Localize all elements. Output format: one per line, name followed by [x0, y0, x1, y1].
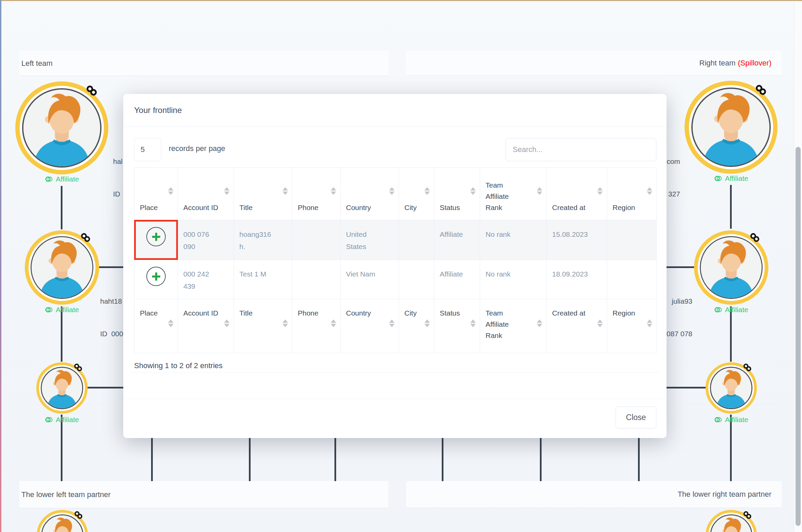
- footer-header-country[interactable]: Country: [341, 299, 399, 353]
- tree-line-vertical: [151, 438, 153, 481]
- avatar: [710, 367, 752, 409]
- lower-right-team-label: The lower right team partner: [678, 490, 771, 499]
- window-top-edge: [0, 0, 802, 1]
- sort-arrows-icon: [470, 187, 476, 195]
- scrollbar-track[interactable]: [794, 0, 802, 532]
- team-rank-cell: No rank: [480, 220, 547, 260]
- scrollbar-thumb[interactable]: [796, 147, 801, 526]
- team-rank-cell: No rank: [480, 260, 547, 299]
- affiliate-badge: Affiliate: [714, 306, 748, 314]
- tree-line-horizontal: [98, 266, 124, 268]
- avatar-node[interactable]: [694, 230, 768, 305]
- avatar-node[interactable]: [685, 81, 778, 174]
- column-header-title[interactable]: Title: [234, 168, 292, 220]
- tree-line-vertical: [61, 306, 62, 362]
- affiliate-rings-icon: [44, 416, 54, 424]
- plus-icon: [151, 271, 162, 282]
- sort-arrows-icon: [224, 320, 230, 327]
- lower-left-team-panel: The lower left team partner: [19, 481, 388, 508]
- affiliate-rings-icon: [714, 306, 723, 314]
- modal-footer-divider: [123, 399, 667, 399]
- records-per-page-input[interactable]: [134, 138, 161, 161]
- avatar-node[interactable]: [706, 362, 757, 414]
- affiliate-badge: Affiliate: [44, 306, 79, 314]
- footer-header-place[interactable]: Place: [134, 299, 178, 353]
- footer-header-account-id[interactable]: Account ID: [178, 299, 234, 353]
- window-left-edge: [0, 0, 1, 532]
- footer-header-city[interactable]: City: [399, 299, 434, 353]
- sort-arrows-icon: [389, 320, 395, 327]
- avatar-node[interactable]: [37, 510, 88, 532]
- column-header-country[interactable]: Country: [341, 168, 399, 220]
- country-cell: Viet Nam: [341, 260, 399, 299]
- affiliate-rings-icon: [714, 416, 723, 424]
- search-input[interactable]: [506, 138, 656, 161]
- avatar: [31, 236, 93, 299]
- footer-header-region[interactable]: Region: [607, 299, 657, 353]
- sort-arrows-icon: [647, 187, 652, 195]
- status-cell: Affiliate: [434, 220, 480, 260]
- country-cell: United States: [341, 220, 399, 260]
- footer-header-status[interactable]: Status: [434, 299, 480, 353]
- tree-line-vertical: [540, 438, 542, 481]
- footer-header-created-at[interactable]: Created at: [547, 299, 607, 353]
- affiliate-badge: Affiliate: [714, 174, 748, 183]
- created-at-cell: 18.09.2023: [547, 260, 607, 299]
- avatar-person-illustration: [23, 90, 100, 166]
- avatar: [41, 367, 83, 409]
- genealogy-page: Left team Right team (Spillover) The low…: [0, 0, 802, 532]
- sort-arrows-icon: [537, 320, 542, 327]
- avatar-node[interactable]: [706, 510, 757, 532]
- affiliate-badge-label: Affiliate: [56, 416, 79, 424]
- place-user-button[interactable]: [146, 267, 166, 286]
- link-icon: [80, 232, 91, 243]
- tree-line-vertical: [442, 438, 443, 481]
- link-icon: [743, 363, 752, 372]
- tree-line-vertical: [730, 415, 732, 481]
- avatar-person-illustration: [701, 237, 762, 298]
- column-header-city[interactable]: City: [399, 168, 434, 220]
- affiliate-badge-label: Affiliate: [56, 306, 79, 314]
- affiliate-rings-icon: [714, 174, 723, 183]
- modal-title: Your frontline: [134, 106, 182, 115]
- lower-left-team-label: The lower left team partner: [21, 490, 111, 499]
- column-header-created-at[interactable]: Created at: [547, 168, 607, 220]
- account-id-cell: 000 076 090: [178, 220, 234, 260]
- right-team-label: Right team: [699, 59, 735, 68]
- avatar-node[interactable]: [25, 230, 99, 305]
- column-header-phone[interactable]: Phone: [292, 168, 341, 220]
- column-header-account-id[interactable]: Account ID: [178, 168, 234, 220]
- link-icon: [74, 511, 83, 519]
- column-header-place[interactable]: Place: [134, 168, 178, 220]
- footer-header-phone[interactable]: Phone: [292, 299, 341, 353]
- sort-arrows-icon: [331, 187, 336, 195]
- avatar-person-illustration: [42, 368, 82, 408]
- left-team-panel: Left team: [19, 51, 388, 76]
- node-label-top-left: hal ID: [113, 134, 123, 221]
- sort-arrows-icon: [168, 187, 174, 195]
- tree-line-vertical: [61, 415, 62, 481]
- avatar-node[interactable]: [15, 81, 108, 174]
- tree-line-horizontal: [666, 266, 695, 268]
- link-icon: [743, 511, 752, 519]
- phone-cell: [292, 260, 341, 299]
- link-icon: [755, 84, 767, 96]
- entries-summary: Showing 1 to 2 of 2 entries: [134, 360, 223, 372]
- sort-arrows-icon: [597, 320, 603, 327]
- column-header-region[interactable]: Region: [607, 168, 657, 220]
- avatar-node[interactable]: [36, 362, 88, 414]
- tree-line-vertical: [730, 185, 732, 229]
- column-header-status[interactable]: Status: [434, 168, 480, 220]
- plus-icon: [151, 231, 162, 242]
- records-per-page-label: records per page: [169, 144, 225, 153]
- footer-header-team-affiliate-rank[interactable]: Team Affiliate Rank: [480, 299, 547, 353]
- avatar-person-illustration: [711, 368, 751, 408]
- close-button[interactable]: Close: [616, 406, 656, 429]
- avatar-person-illustration: [693, 89, 769, 166]
- frontline-table: Place Account ID Title Phone Country Cit…: [134, 167, 657, 353]
- affiliate-badge-label: Affiliate: [725, 306, 748, 314]
- affiliate-badge: Affiliate: [44, 416, 79, 424]
- footer-header-title[interactable]: Title: [234, 299, 292, 353]
- column-header-team-affiliate-rank[interactable]: Team Affiliate Rank: [480, 168, 547, 220]
- place-user-button[interactable]: [146, 227, 166, 246]
